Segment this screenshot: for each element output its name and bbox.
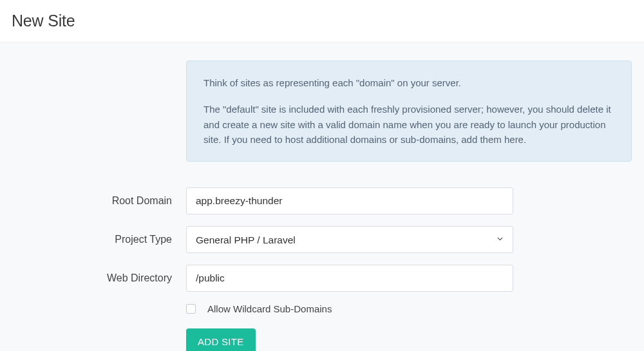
project-type-label: Project Type [9, 234, 186, 245]
root-domain-input[interactable] [186, 187, 513, 214]
wildcard-row: Allow Wildcard Sub-Domains [186, 303, 635, 314]
project-type-row: Project Type General PHP / Laravel [9, 226, 635, 253]
wildcard-label: Allow Wildcard Sub-Domains [207, 303, 332, 314]
info-paragraph-2: The "default" site is included with each… [204, 102, 614, 147]
page-header: New Site [0, 0, 644, 43]
web-directory-control [186, 265, 513, 292]
root-domain-row: Root Domain [9, 187, 635, 214]
root-domain-control [186, 187, 513, 214]
web-directory-input[interactable] [186, 265, 513, 292]
page-body: Think of sites as representing each "dom… [0, 43, 644, 351]
add-site-button[interactable]: ADD SITE [186, 328, 256, 351]
new-site-form: Root Domain Project Type General PHP / L… [9, 187, 635, 351]
submit-row: ADD SITE [186, 328, 635, 351]
page: New Site Think of sites as representing … [0, 0, 644, 351]
root-domain-label: Root Domain [9, 195, 186, 207]
web-directory-label: Web Directory [9, 272, 186, 284]
web-directory-row: Web Directory [9, 265, 635, 292]
info-panel: Think of sites as representing each "dom… [186, 61, 632, 162]
info-paragraph-1: Think of sites as representing each "dom… [204, 75, 614, 90]
project-type-control: General PHP / Laravel [186, 226, 513, 253]
project-type-select[interactable]: General PHP / Laravel [186, 226, 513, 253]
page-title: New Site [12, 12, 632, 30]
wildcard-checkbox[interactable] [186, 304, 196, 314]
